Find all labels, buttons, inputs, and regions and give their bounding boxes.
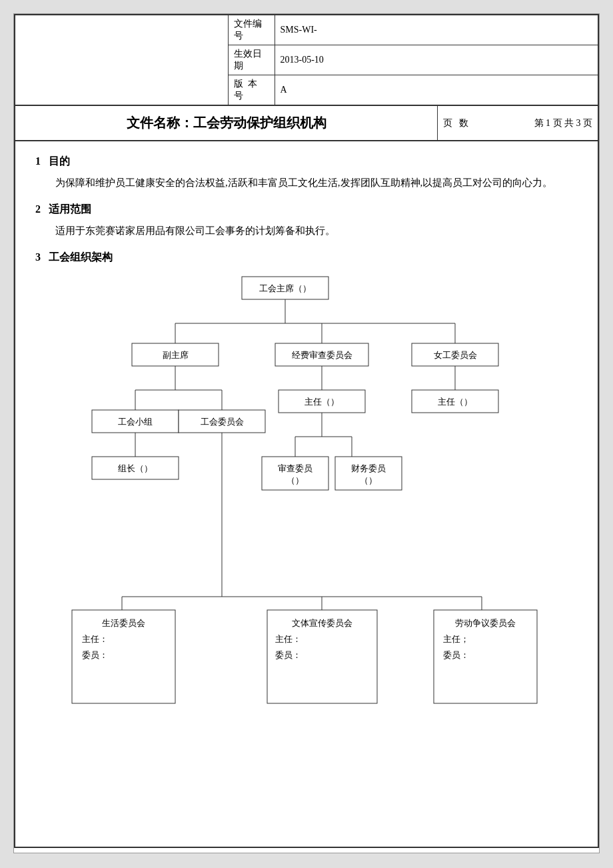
culture-member: 委员： — [275, 650, 301, 660]
title-row: 文件名称：工会劳动保护组织机构 页 数 第 1 页 共 3 页 — [14, 106, 599, 141]
effective-date-value: 2013-05-10 — [275, 45, 598, 75]
section-1: 1 目的 为保障和维护员工健康安全的合法权益,活跃和丰富员工文化生活,发挥团队互… — [35, 155, 578, 192]
document-title: 文件名称：工会劳动保护组织机构 — [15, 106, 438, 140]
section-3: 3 工会组织架构 工会主席（） — [35, 251, 578, 726]
page-label: 页 数 — [443, 117, 470, 129]
union-group-node: 工会小组 — [118, 417, 153, 427]
life-member: 委员： — [82, 650, 108, 660]
labor-director: 主任； — [443, 634, 469, 644]
section-3-heading: 工会组织架构 — [49, 251, 113, 265]
page-info: 页 数 第 1 页 共 3 页 — [438, 106, 598, 140]
union-committee-node: 工会委员会 — [201, 417, 244, 427]
finance-member-node: 财务委员 — [351, 463, 386, 473]
section-2-content: 适用于东莞赛诺家居用品有限公司工会事务的计划筹备和执行。 — [35, 222, 578, 240]
culture-committee-title: 文体宣传委员会 — [292, 618, 352, 628]
audit-member-node: 审查委员 — [278, 463, 312, 473]
content-area: 1 目的 为保障和维护员工健康安全的合法权益,活跃和丰富员工文化生活,发挥团队互… — [14, 141, 599, 848]
vice-chairman-node: 副主席 — [163, 350, 189, 360]
director-women-node: 主任（） — [438, 397, 472, 407]
section-1-title: 1 目的 — [35, 155, 578, 169]
labor-committee-title: 劳动争议委员会 — [455, 618, 516, 628]
root-node: 工会主席（） — [259, 283, 311, 293]
section-3-title: 3 工会组织架构 — [35, 251, 578, 265]
effective-date-label: 生效日期 — [228, 45, 275, 75]
section-2-heading: 适用范围 — [49, 203, 91, 217]
audit-member-node2: （） — [287, 475, 304, 485]
section-1-num: 1 — [35, 155, 41, 167]
version-label: 版 本 号 — [228, 75, 275, 106]
section-1-content: 为保障和维护员工健康安全的合法权益,活跃和丰富员工文化生活,发挥团队互助精神,以… — [35, 174, 578, 192]
finance-member-node2: （） — [360, 475, 377, 485]
section-2-title: 2 适用范围 — [35, 203, 578, 217]
section-2-num: 2 — [35, 203, 41, 215]
section-2: 2 适用范围 适用于东莞赛诺家居用品有限公司工会事务的计划筹备和执行。 — [35, 203, 578, 240]
header-table: 文件编号 SMS-WI- 生效日期 2013-05-10 版 本 号 A — [14, 14, 599, 106]
labor-member: 委员： — [443, 650, 469, 660]
document-page: 文件编号 SMS-WI- 生效日期 2013-05-10 版 本 号 A 文件名… — [13, 13, 600, 853]
director-finance-node: 主任（） — [305, 397, 339, 407]
doc-number-label: 文件编号 — [228, 15, 275, 45]
section-1-heading: 目的 — [49, 155, 70, 169]
page-value: 第 1 页 共 3 页 — [534, 117, 593, 129]
life-committee-title: 生活委员会 — [102, 618, 145, 628]
culture-director: 主任： — [275, 634, 301, 644]
version-value: A — [275, 75, 598, 106]
section-3-num: 3 — [35, 251, 41, 263]
finance-committee-node: 经费审查委员会 — [292, 350, 352, 360]
women-committee-node: 女工委员会 — [434, 350, 477, 360]
doc-number-value: SMS-WI- — [275, 15, 598, 45]
life-director: 主任： — [82, 634, 108, 644]
org-chart: 工会主席（） 副主席 经费审查委员会 — [35, 270, 578, 726]
logo-cell — [15, 15, 228, 105]
group-leader-node: 组长（） — [118, 463, 153, 473]
